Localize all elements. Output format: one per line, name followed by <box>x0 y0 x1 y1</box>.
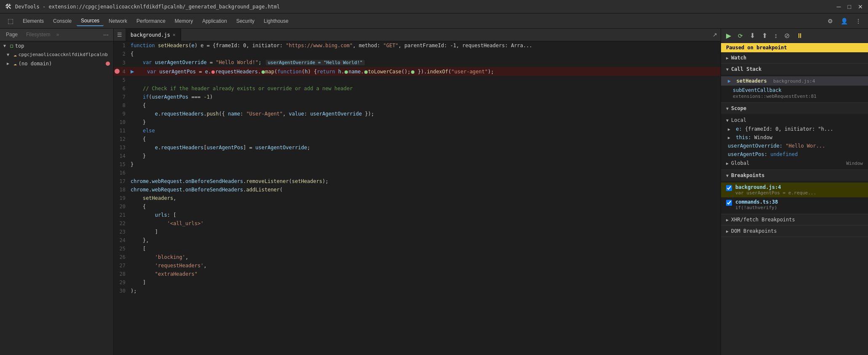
folder-icon-nodomain: ☁ <box>13 60 17 67</box>
current-frame-icon: ▶ <box>728 78 731 84</box>
line-number-13: 13 <box>114 143 131 152</box>
dom-bp-header[interactable]: ▶ DOM Breakpoints <box>721 226 868 237</box>
watch-section-title: Watch <box>731 55 746 61</box>
breakpoint-checkbox-1[interactable] <box>726 200 732 206</box>
line-code-18: chrome.webRequest.onBeforeSendHeaders.ad… <box>131 186 721 194</box>
tree-item-top[interactable]: ▼ ◻ top <box>0 41 113 50</box>
watch-section-header[interactable]: ▶ Watch <box>721 52 868 63</box>
call-stack-item-1[interactable]: subEventCallback extensions::webRequestE… <box>721 86 868 101</box>
breakpoint-code-1: if(!authverify) <box>735 205 778 210</box>
tab-more-icon[interactable]: ↗ <box>709 30 721 40</box>
step-button[interactable]: ↕ <box>772 31 779 40</box>
breakpoint-item-0[interactable]: background.js:4 var userAgentPos = e.req… <box>721 183 868 197</box>
line-number-3: 3 <box>114 59 131 67</box>
maximize-button[interactable]: □ <box>848 3 851 10</box>
breakpoints-header[interactable]: ▼ Breakpoints <box>721 170 868 181</box>
line-number-26: 26 <box>114 253 131 261</box>
step-out-button[interactable]: ⬆ <box>760 31 769 40</box>
more-icon[interactable]: ⋮ <box>852 16 865 26</box>
tab-page[interactable]: Page <box>3 31 20 38</box>
tab-close-icon[interactable]: ✕ <box>173 32 176 38</box>
editor-tabs: ☰ background.js ✕ ↗ <box>114 29 721 41</box>
call-stack-item-0[interactable]: ▶ setHeaders background.js:4 <box>721 76 868 86</box>
tab-lighthouse[interactable]: Lighthouse <box>259 16 293 26</box>
line-code-30: ); <box>131 287 721 295</box>
line-number-11: 11 <box>114 126 131 135</box>
code-line-13: 13 e.requestHeaders[userAgentPos] = user… <box>114 143 721 152</box>
code-line-15: 15 } <box>114 160 721 169</box>
scope-content: ▼ Local ▶ e: {frameId: 0, initiator: "h.… <box>721 114 868 169</box>
scope-uao-val: "Hello Wor... <box>785 143 825 149</box>
scope-local-arrow: ▼ <box>726 118 729 123</box>
breakpoint-checkbox-0[interactable] <box>726 185 732 191</box>
line-number-15: 15 <box>114 160 131 169</box>
line-number-14: 14 <box>114 152 131 160</box>
tab-memory[interactable]: Memory <box>171 16 197 26</box>
tree-item-nodomain[interactable]: ▶ ☁ (no domain) <box>0 59 113 68</box>
watch-arrow-icon: ▶ <box>726 56 729 60</box>
line-code-10: } <box>131 118 721 126</box>
line-number-29: 29 <box>114 278 131 287</box>
code-editor[interactable]: 1 function setHeaders(e) e = {frameId: 0… <box>114 41 721 355</box>
breakpoint-file-0: background.js:4 <box>735 184 816 190</box>
code-line-4: 4 ▶ var userAgentPos = e.requestHeaders.… <box>114 67 721 76</box>
line-code-1: function setHeaders(e) e = {frameId: 0, … <box>131 41 721 50</box>
content-area: Page Filesystem » ⋯ ▼ ◻ top ▼ ☁ cpgcjena… <box>0 29 868 355</box>
line-code-8: { <box>131 101 721 110</box>
scope-this[interactable]: ▶ this: Window <box>721 133 868 142</box>
step-into-button[interactable]: ⬇ <box>748 31 757 40</box>
editor-tab-background-js[interactable]: background.js ✕ <box>126 29 181 41</box>
pause-on-exceptions-button[interactable]: ⏸ <box>795 31 805 40</box>
call-stack-loc-0: background.js:4 <box>773 78 815 84</box>
call-stack-fn-0: setHeaders <box>736 78 767 84</box>
tab-performance[interactable]: Performance <box>132 16 170 26</box>
call-stack-fn-1: subEventCallback <box>733 87 782 93</box>
minimize-button[interactable]: ─ <box>837 3 841 10</box>
tab-application[interactable]: Application <box>198 16 231 26</box>
call-stack-section: ▼ Call Stack ▶ setHeaders background.js:… <box>721 64 868 103</box>
line-number-30: 30 <box>114 287 131 295</box>
code-line-2: 2 { <box>114 50 721 58</box>
call-stack-header[interactable]: ▼ Call Stack <box>721 64 868 75</box>
frame-icon: ◻ <box>10 43 13 49</box>
tab-console[interactable]: Console <box>49 16 76 26</box>
line-code-12: { <box>131 135 721 143</box>
code-line-21: 21 urls: [ <box>114 211 721 219</box>
code-line-9: 9 e.requestHeaders.push({ name: "User-Ag… <box>114 110 721 118</box>
close-button[interactable]: ✕ <box>858 3 863 10</box>
tree-item-extension[interactable]: ▼ ☁ cpgcjenaolicoaccknlfdikdflpcalnb <box>0 50 113 59</box>
toolbar-btn-inspect[interactable]: ⬚ <box>3 16 18 27</box>
scope-global-label: Global <box>731 160 749 166</box>
line-number-9: 9 <box>114 110 131 118</box>
tab-filesystem[interactable]: Filesystem <box>24 31 53 38</box>
scope-header[interactable]: ▼ Scope <box>721 103 868 114</box>
scope-this-arrow: ▶ <box>728 135 730 140</box>
scope-global-val: Window <box>846 161 863 166</box>
more-tabs-icon[interactable]: » <box>56 31 59 38</box>
new-snippet-icon[interactable]: ⋯ <box>102 31 110 38</box>
scope-e[interactable]: ▶ e: {frameId: 0, initiator: "h... <box>721 125 868 133</box>
toggle-sidebar-icon[interactable]: ☰ <box>114 30 126 40</box>
breakpoint-item-1[interactable]: commands.ts:38 if(!authverify) <box>721 197 868 212</box>
code-line-17: 17 chrome.webRequest.onBeforeSendHeaders… <box>114 177 721 186</box>
step-over-button[interactable]: ⟳ <box>736 32 745 40</box>
breakpoint-indicator <box>106 62 110 66</box>
breakpoint-details-0: background.js:4 var userAgentPos = e.req… <box>735 184 816 196</box>
deactivate-breakpoints-button[interactable]: ⊘ <box>783 31 791 40</box>
resume-button[interactable]: ▶ <box>724 31 733 40</box>
settings-icon[interactable]: ⚙ <box>824 16 836 26</box>
scope-local-header[interactable]: ▼ Local <box>721 116 868 125</box>
line-code-6: // Check if the header already exists or… <box>131 84 721 93</box>
tab-sources[interactable]: Sources <box>77 16 104 26</box>
xhr-fetch-header[interactable]: ▶ XHR/fetch Breakpoints <box>721 214 868 225</box>
line-number-5: 5 <box>114 76 131 84</box>
tab-network[interactable]: Network <box>104 16 131 26</box>
tab-elements[interactable]: Elements <box>19 16 48 26</box>
line-number-21: 21 <box>114 211 131 219</box>
scope-useragentoverride: userAgentOverride: "Hello Wor... <box>721 142 868 150</box>
tab-security[interactable]: Security <box>232 16 259 26</box>
code-line-12: 12 { <box>114 135 721 143</box>
remote-icon[interactable]: 👤 <box>837 16 851 26</box>
scope-global-header[interactable]: ▶ Global Window <box>721 159 868 168</box>
sidebar-header: Page Filesystem » ⋯ <box>0 29 113 41</box>
